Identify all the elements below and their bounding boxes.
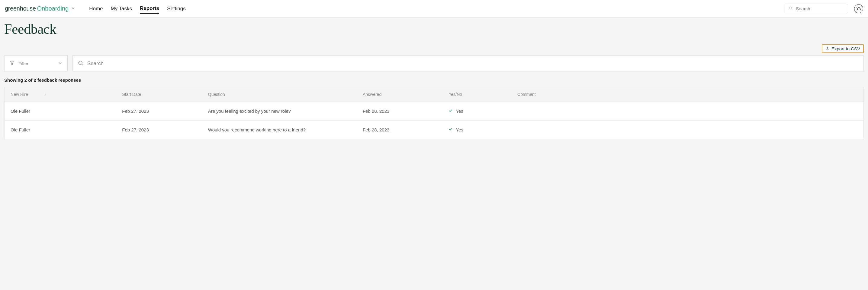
cell-start-date: Feb 27, 2023 xyxy=(116,120,202,139)
cell-answered: Feb 28, 2023 xyxy=(357,120,443,139)
primary-nav: Home My Tasks Reports Settings xyxy=(89,4,785,14)
cell-yes-no: Yes xyxy=(442,102,511,120)
col-header-answered[interactable]: Answered xyxy=(357,87,443,102)
cell-answered: Feb 28, 2023 xyxy=(357,102,443,120)
cell-comment xyxy=(511,120,864,139)
logo-primary: greenhouse xyxy=(5,5,36,12)
chevron-down-icon xyxy=(71,6,75,11)
search-icon xyxy=(78,60,84,67)
nav-home[interactable]: Home xyxy=(89,4,103,13)
svg-marker-2 xyxy=(10,61,14,65)
table-search-input[interactable] xyxy=(87,61,859,67)
col-header-start-date[interactable]: Start Date xyxy=(116,87,202,102)
svg-point-3 xyxy=(79,61,82,65)
cell-question: Would you recommend working here to a fr… xyxy=(202,120,357,139)
nav-settings[interactable]: Settings xyxy=(167,4,185,13)
table-search[interactable] xyxy=(72,56,864,71)
filter-icon xyxy=(9,60,15,67)
topbar-right: YA xyxy=(785,4,863,13)
filter-label: Filter xyxy=(19,61,28,66)
table-row: Ole FullerFeb 27, 2023Would you recommen… xyxy=(4,120,864,139)
nav-my-tasks[interactable]: My Tasks xyxy=(111,4,132,13)
col-header-comment[interactable]: Comment xyxy=(511,87,864,102)
page-body: Feedback Export to CSV Filter xyxy=(0,17,868,146)
svg-line-1 xyxy=(792,9,793,10)
topbar: greenhouse Onboarding Home My Tasks Repo… xyxy=(0,0,868,17)
col-header-new-hire[interactable]: New Hire ↑ xyxy=(4,87,116,102)
avatar[interactable]: YA xyxy=(854,4,863,13)
filter-row: Filter xyxy=(4,56,864,71)
filter-dropdown[interactable]: Filter xyxy=(4,56,68,71)
logo[interactable]: greenhouse Onboarding xyxy=(5,5,75,12)
feedback-table: New Hire ↑ Start Date Question Answered … xyxy=(4,87,864,139)
cell-question: Are you feeling excited by your new role… xyxy=(202,102,357,120)
yes-no-value: Yes xyxy=(456,109,463,114)
cell-yes-no: Yes xyxy=(442,120,511,139)
cell-new-hire: Ole Fuller xyxy=(4,102,116,120)
check-icon xyxy=(448,109,453,114)
export-csv-label: Export to CSV xyxy=(832,46,860,51)
global-search[interactable] xyxy=(785,4,848,13)
page-title: Feedback xyxy=(4,21,864,37)
export-row: Export to CSV xyxy=(4,44,864,53)
svg-point-0 xyxy=(789,7,792,9)
yes-no-value: Yes xyxy=(456,127,463,132)
download-icon xyxy=(826,46,830,51)
search-icon xyxy=(788,6,793,11)
col-header-question[interactable]: Question xyxy=(202,87,357,102)
check-icon xyxy=(448,127,453,132)
global-search-input[interactable] xyxy=(796,6,844,11)
export-csv-button[interactable]: Export to CSV xyxy=(822,44,864,53)
sort-asc-icon: ↑ xyxy=(44,92,46,97)
svg-line-4 xyxy=(82,64,83,65)
logo-secondary: Onboarding xyxy=(37,5,69,12)
col-header-yes-no[interactable]: Yes/No xyxy=(442,87,511,102)
cell-new-hire: Ole Fuller xyxy=(4,120,116,139)
chevron-down-icon xyxy=(58,61,63,66)
col-header-new-hire-label: New Hire xyxy=(10,92,28,97)
table-row: Ole FullerFeb 27, 2023Are you feeling ex… xyxy=(4,102,864,120)
cell-comment xyxy=(511,102,864,120)
nav-reports[interactable]: Reports xyxy=(140,4,159,14)
cell-start-date: Feb 27, 2023 xyxy=(116,102,202,120)
result-count: Showing 2 of 2 feedback responses xyxy=(4,77,864,83)
